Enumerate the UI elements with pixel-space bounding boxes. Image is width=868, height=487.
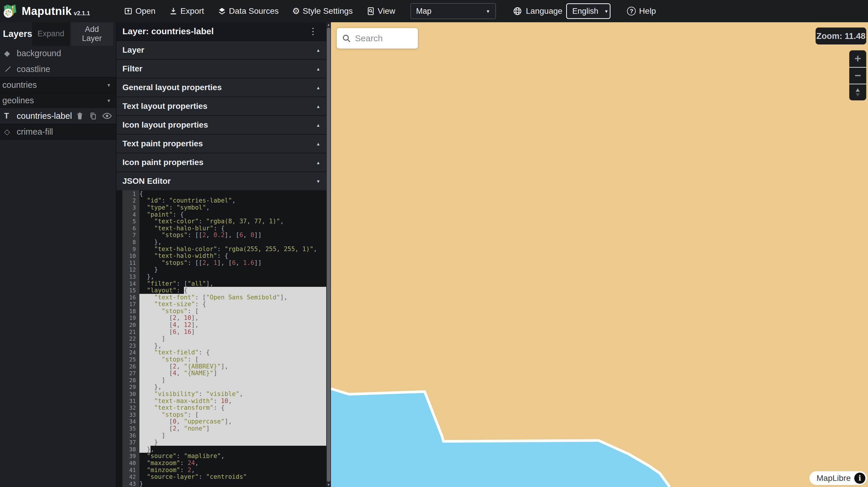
line-number: 43: [122, 480, 140, 487]
duplicate-icon[interactable]: [89, 112, 97, 120]
chevron-down-icon: ▾: [107, 82, 110, 88]
line-number: 16: [122, 294, 140, 301]
code-line: 42 "source-layer": "centroids": [117, 473, 326, 480]
code-line: 4 "paint": {: [117, 211, 326, 218]
maputnik-logo-icon: [2, 3, 18, 19]
scrollbar-thumb[interactable]: [327, 28, 330, 482]
line-number: 26: [122, 363, 140, 370]
section-icon-layout-properties[interactable]: Icon layout properties▲: [117, 115, 331, 134]
code-line: 32 "text-transform": {: [117, 404, 326, 411]
view-select[interactable]: Map ▼: [410, 3, 496, 19]
section-text-paint-properties[interactable]: Text paint properties▲: [117, 134, 331, 153]
code-line: 25 "stops": [: [117, 356, 326, 363]
code-line: 16 "text-font": ["Open Sans Semibold"],: [117, 294, 326, 301]
map-canvas[interactable]: Zoom: 11.48 + − MapLibre i: [331, 22, 868, 487]
language-group: Language English ▼: [513, 3, 611, 19]
layer-group-countries[interactable]: countries▾: [0, 77, 116, 93]
info-icon[interactable]: i: [854, 473, 865, 484]
menu-style-settings[interactable]: ⚙Style Settings: [292, 6, 352, 16]
maplibre-link[interactable]: MapLibre: [816, 474, 851, 483]
layer-item-coastline[interactable]: coastline: [0, 61, 116, 77]
code-line: 24 "text-field": {: [117, 349, 326, 356]
section-icon-paint-properties[interactable]: Icon paint properties▲: [117, 153, 331, 171]
menu-data-sources[interactable]: Data Sources: [218, 6, 279, 16]
zoom-out-button[interactable]: −: [849, 67, 866, 84]
code-line: 26 [2, "{ABBREV}"],: [117, 363, 326, 370]
add-layer-button[interactable]: Add Layer: [71, 22, 113, 46]
menu-view[interactable]: View: [366, 6, 395, 16]
section-json-editor[interactable]: JSON Editor▼: [117, 171, 331, 190]
compass-button[interactable]: [849, 84, 866, 100]
menu-open[interactable]: Open: [124, 6, 155, 16]
layer-item-countries-label[interactable]: Tcountries-label: [0, 108, 116, 124]
layer-actions: [76, 112, 112, 120]
code-line: 6 "text-halo-blur": {: [117, 225, 326, 232]
kebab-menu-icon[interactable]: ⋮: [309, 28, 317, 35]
line-number: 2: [122, 197, 140, 204]
expand-icon: ▲: [316, 66, 320, 71]
layer-item-crimea-fill[interactable]: ◇crimea-fill: [0, 124, 116, 140]
chevron-down-icon: ▼: [598, 9, 609, 14]
scroll-up-icon[interactable]: ▲: [326, 23, 331, 26]
menu-export[interactable]: Export: [169, 6, 204, 16]
code-line: 23 },: [117, 342, 326, 349]
line-number: 28: [122, 377, 140, 384]
style-settings-icon: ⚙: [292, 7, 300, 15]
layer-label: coastline: [17, 64, 50, 74]
editor-sections: Layer▲Filter▲General layout properties▲T…: [117, 40, 331, 190]
sidebar-header: Layers Expand Add Layer: [0, 22, 116, 45]
app-logo: Maputnik v2.1.1: [0, 3, 90, 19]
menu-label: Style Settings: [303, 6, 352, 16]
section-text-layout-properties[interactable]: Text layout properties▲: [117, 97, 331, 115]
section-label: General layout properties: [122, 83, 222, 92]
code-line: 36 ]: [117, 432, 326, 439]
line-number: 40: [122, 459, 140, 466]
group-label: geolines: [2, 96, 34, 105]
layer-item-background[interactable]: ◆background: [0, 45, 116, 61]
line-number: 35: [122, 425, 140, 432]
expand-button[interactable]: Expand: [32, 22, 70, 46]
line-number: 10: [122, 252, 140, 259]
code-line: 8 },: [117, 238, 326, 246]
line-number: 7: [122, 232, 140, 239]
expand-icon: ▲: [316, 123, 320, 128]
section-label: Layer: [122, 45, 144, 55]
help-button[interactable]: ? Help: [627, 6, 656, 16]
line-number: 25: [122, 356, 140, 363]
section-layer[interactable]: Layer▲: [117, 40, 331, 59]
code-line: 17 "text-size": {: [117, 301, 326, 308]
delete-icon[interactable]: [76, 112, 84, 120]
code-line: 22 ]: [117, 335, 326, 342]
section-label: Icon paint properties: [122, 158, 204, 167]
language-select[interactable]: English ▼: [566, 3, 611, 19]
code-line: 14 "filter": ["all"],: [117, 280, 326, 287]
section-label: Filter: [122, 64, 142, 73]
section-general-layout-properties[interactable]: General layout properties▲: [117, 78, 331, 97]
search-input[interactable]: [355, 33, 413, 43]
scroll-down-icon[interactable]: ▼: [326, 483, 331, 486]
section-filter[interactable]: Filter▲: [117, 59, 331, 78]
code-line: 12 }: [117, 266, 326, 273]
line-number: 42: [122, 473, 140, 480]
code-line: 5 "text-color": "rgba(8, 37, 77, 1)",: [117, 218, 326, 225]
visibility-icon[interactable]: [102, 112, 112, 120]
language-label: Language: [526, 6, 563, 16]
line-number: 3: [122, 204, 140, 211]
menu-label: Open: [135, 6, 155, 16]
zoom-in-button[interactable]: +: [849, 50, 866, 67]
topbar: Maputnik v2.1.1 OpenExportData Sources⚙S…: [0, 0, 868, 22]
layer-label: countries-label: [17, 111, 72, 121]
layer-group-geolines[interactable]: geolines▾: [0, 93, 116, 108]
expand-icon: ▲: [316, 160, 320, 165]
panel-scrollbar[interactable]: ▲ ▼: [326, 22, 331, 487]
line-number: 23: [122, 342, 140, 349]
line-number: 27: [122, 370, 140, 377]
water-polygon: [331, 389, 670, 487]
code-line: 38 },: [117, 446, 326, 453]
expand-icon: ▲: [316, 141, 320, 146]
code-line: 37 }: [117, 439, 326, 446]
code-line: 1{: [117, 190, 326, 197]
line-number: 36: [122, 432, 140, 439]
line-number: 30: [122, 390, 140, 397]
json-editor[interactable]: 1{2 "id": "countries-label",3 "type": "s…: [117, 190, 326, 487]
